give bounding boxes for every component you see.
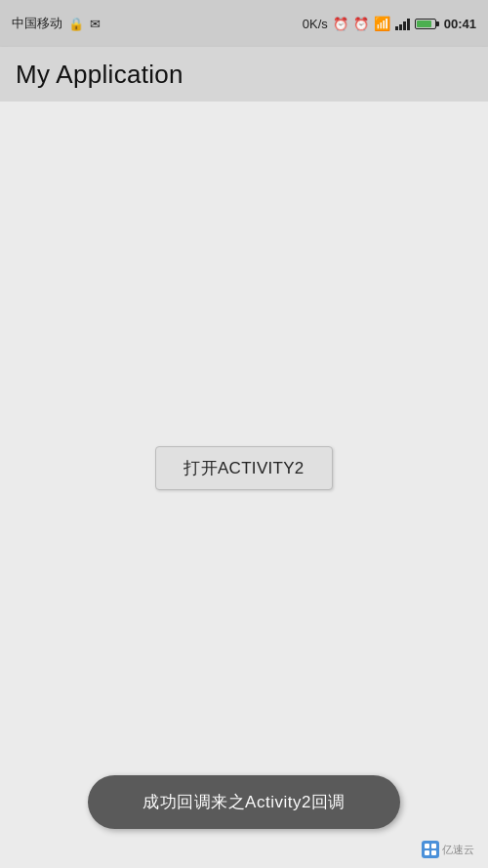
main-content: 打开ACTIVITY2 成功回调来之Activity2回调 亿速云 [0,102,488,868]
app-bar: My Application [0,47,488,102]
watermark-text: 亿速云 [442,843,474,857]
svg-rect-0 [425,844,429,848]
alarm-icon: ⏰ [333,17,348,31]
wifi-icon: 📶 [374,16,390,31]
center-area: 打开ACTIVITY2 [155,160,332,775]
open-activity2-button[interactable]: 打开ACTIVITY2 [155,446,332,490]
svg-rect-3 [431,850,436,855]
status-bar: 中国移动 🔒 ✉ 0K/s ⏰ ⏰ 📶 00:41 [0,0,488,47]
battery-icon [415,19,439,29]
status-bar-left: 中国移动 🔒 ✉ [12,15,101,32]
carrier-label: 中国移动 [12,15,62,32]
clock-icon: ⏰ [353,17,369,31]
watermark-logo-icon [422,841,439,858]
signal-bars-icon [395,17,410,30]
watermark: 亿速云 [422,841,474,858]
svg-rect-1 [431,844,436,848]
lock-icon: 🔒 [68,17,84,31]
time-label: 00:41 [444,17,476,31]
message-icon: ✉ [90,17,101,31]
status-bar-right: 0K/s ⏰ ⏰ 📶 00:41 [303,16,476,31]
svg-rect-2 [425,850,429,855]
callback-button[interactable]: 成功回调来之Activity2回调 [88,775,400,829]
speed-label: 0K/s [303,17,328,31]
app-title: My Application [16,60,183,90]
